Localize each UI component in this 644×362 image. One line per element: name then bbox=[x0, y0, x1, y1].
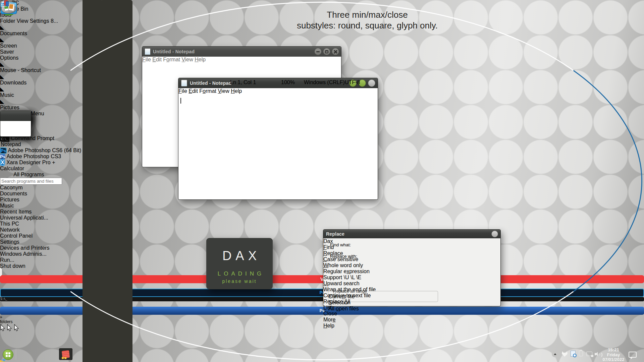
status-encoding: UTF-8 bbox=[345, 79, 360, 85]
status-zoom: 100% bbox=[281, 79, 295, 85]
replace-with-label: Replace with: bbox=[330, 254, 357, 259]
menu-format[interactable]: Format bbox=[199, 88, 216, 94]
start-grid-icon bbox=[6, 352, 10, 357]
notepad-icon bbox=[145, 49, 150, 55]
close-button[interactable] bbox=[332, 48, 339, 55]
pictures-folder-preview-icon bbox=[97, 0, 118, 6]
checkbox-upward-search[interactable]: Upward search bbox=[323, 281, 500, 287]
start-button[interactable] bbox=[3, 349, 13, 360]
radio-current-file[interactable]: Current file bbox=[328, 294, 438, 300]
action-center-icon[interactable] bbox=[629, 352, 637, 358]
status-cursor-position: Ln 1, Col 1 bbox=[230, 79, 256, 85]
clock-time: 15:21 bbox=[601, 348, 626, 353]
menu-edit[interactable]: Edit bbox=[152, 57, 162, 62]
replace-dialog: Replace Find what: Dax Find Replace with… bbox=[323, 229, 501, 306]
maximize-button[interactable] bbox=[323, 48, 330, 55]
replace-all-range-group: Replace all range Current file Selection… bbox=[328, 289, 438, 302]
menu-help[interactable]: Help bbox=[195, 57, 206, 62]
chevron-up-icon bbox=[554, 353, 556, 355]
annotation-line-2: substyles: round, square, glyph only. bbox=[295, 20, 439, 31]
splash-wait-text: please wait bbox=[206, 279, 273, 284]
taskbar-separator bbox=[16, 349, 16, 360]
clock-day: Friday bbox=[601, 353, 626, 358]
annotation-text: Three min/max/close substyles: round, sq… bbox=[295, 9, 439, 31]
window-title: Untitled - Notepad bbox=[153, 49, 195, 54]
tray-editplus-icon[interactable] bbox=[571, 351, 576, 357]
annotation-line-1: Three min/max/close bbox=[295, 9, 439, 20]
splash-app-name: DAX bbox=[206, 249, 273, 263]
titlebar[interactable]: Untitled - Notepad bbox=[142, 47, 341, 57]
show-hidden-icons-button[interactable] bbox=[552, 351, 558, 357]
menu-format[interactable]: Format bbox=[163, 57, 180, 62]
radio-all-open-files[interactable]: All open files bbox=[328, 306, 438, 312]
menu-file[interactable]: File bbox=[178, 88, 187, 94]
editplus-icon bbox=[62, 350, 70, 358]
menu-view[interactable]: View bbox=[218, 88, 229, 94]
checkbox-regular-expression[interactable]: Regular expression bbox=[323, 268, 500, 275]
desktop: { "annotation": { "line1": "Three min/ma… bbox=[0, 0, 644, 362]
tray-usb-icon[interactable] bbox=[579, 351, 583, 356]
notepad-window-front: Untitled - Notepad File Edit Format View… bbox=[178, 78, 378, 200]
find-what-label: Find what: bbox=[330, 242, 351, 247]
tray-volume-icon[interactable] bbox=[595, 351, 601, 357]
menubar: File Edit Format View Help bbox=[142, 57, 341, 63]
group-label: Replace all range bbox=[332, 289, 368, 294]
notepad-icon bbox=[181, 80, 187, 86]
menu-help[interactable]: Help bbox=[231, 88, 242, 94]
dax-loading-splash: DAX LOADING please wait bbox=[206, 238, 273, 289]
menu-file[interactable]: File bbox=[142, 57, 151, 62]
text-area[interactable] bbox=[179, 97, 372, 184]
splash-loading-text: LOADING bbox=[206, 270, 273, 277]
clock-date: 07/01/2022 bbox=[601, 357, 626, 362]
taskbar-clock[interactable]: 15:21 Friday 07/01/2022 bbox=[601, 348, 626, 362]
minimize-button[interactable] bbox=[315, 48, 321, 55]
checkbox-support-case-modifiers: Support \U \L \E bbox=[323, 275, 500, 281]
dialog-title: Replace bbox=[326, 231, 344, 237]
menubar: File Edit Format View Help bbox=[178, 88, 378, 94]
help-button[interactable]: Help bbox=[323, 323, 353, 329]
checkbox-whole-word-only[interactable]: Whole word only bbox=[323, 262, 500, 268]
close-button[interactable] bbox=[368, 79, 375, 87]
titlebar[interactable]: Replace bbox=[323, 230, 500, 238]
status-line-endings: Windows (CRLF) bbox=[304, 79, 345, 85]
taskbar-editplus-active[interactable] bbox=[59, 348, 72, 360]
text-caret bbox=[180, 98, 181, 104]
menu-edit[interactable]: Edit bbox=[189, 88, 198, 94]
tray-network-icon[interactable] bbox=[586, 352, 592, 356]
window-title: Untitled - Notepad bbox=[190, 80, 231, 86]
more-button[interactable]: More bbox=[323, 317, 343, 323]
radio-selection[interactable]: Selection bbox=[328, 300, 438, 306]
menu-view[interactable]: View bbox=[181, 57, 193, 62]
close-button[interactable] bbox=[491, 231, 498, 237]
